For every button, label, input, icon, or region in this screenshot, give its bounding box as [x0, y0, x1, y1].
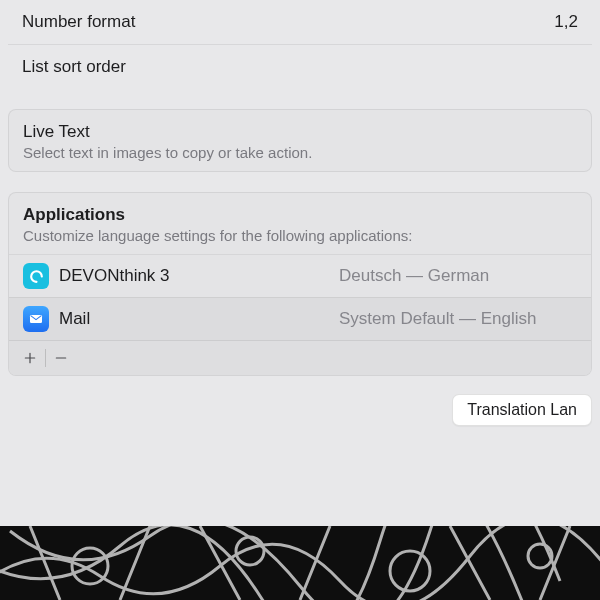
app-language: System Default — English	[239, 309, 577, 329]
minus-icon	[53, 350, 69, 366]
applications-list-toolbar	[9, 340, 591, 375]
app-row-mail[interactable]: Mail System Default — English	[9, 297, 591, 340]
group-live-text: Live Text Select text in images to copy …	[8, 109, 592, 172]
row-list-sort-order[interactable]: List sort order	[8, 45, 592, 89]
live-text-title: Live Text	[23, 122, 577, 142]
devonthink-app-icon	[23, 263, 49, 289]
number-format-label: Number format	[22, 12, 135, 32]
list-sort-order-label: List sort order	[22, 57, 126, 77]
app-row-devonthink[interactable]: DEVONthink 3 Deutsch — German	[9, 254, 591, 297]
desktop-wallpaper	[0, 526, 600, 600]
app-name: DEVONthink 3	[59, 266, 229, 286]
live-text-subtitle: Select text in images to copy or take ac…	[23, 144, 577, 161]
remove-button[interactable]	[46, 345, 76, 371]
app-name: Mail	[59, 309, 229, 329]
add-button[interactable]	[15, 345, 45, 371]
number-format-value: 1,2	[554, 12, 578, 32]
applications-title: Applications	[23, 205, 577, 225]
mail-app-icon	[23, 306, 49, 332]
applications-subtitle: Customize language settings for the foll…	[23, 227, 577, 244]
applications-list: DEVONthink 3 Deutsch — German Mail Syste…	[9, 254, 591, 340]
translation-languages-button[interactable]: Translation Lan	[452, 394, 592, 426]
svg-rect-1	[0, 526, 600, 600]
plus-icon	[22, 350, 38, 366]
group-applications: Applications Customize language settings…	[8, 192, 592, 376]
row-number-format[interactable]: Number format 1,2	[8, 0, 592, 45]
app-language: Deutsch — German	[239, 266, 577, 286]
